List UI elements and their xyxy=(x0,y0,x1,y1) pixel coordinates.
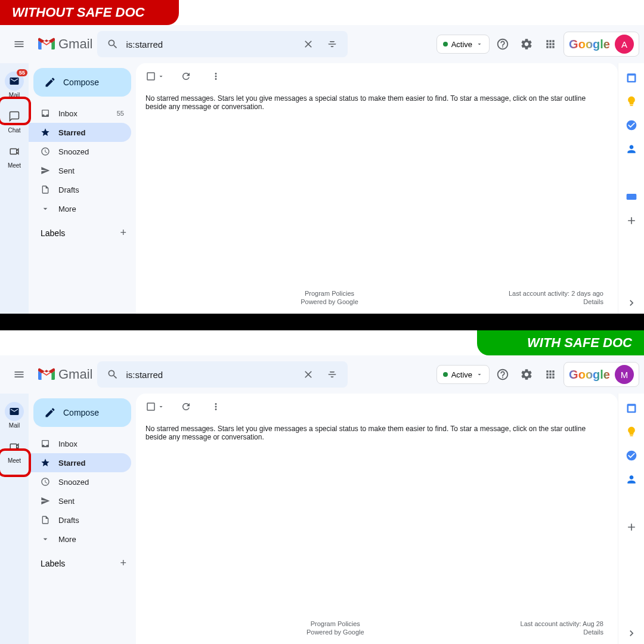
rail-chat[interactable]: Chat xyxy=(0,103,29,137)
add-addon-button[interactable] xyxy=(626,215,637,227)
clear-search-button[interactable] xyxy=(298,364,319,385)
program-policies-link[interactable]: Program Policies xyxy=(301,290,358,297)
google-account-button[interactable]: Google A xyxy=(564,32,639,57)
search-options-button[interactable] xyxy=(321,364,343,385)
rail-meet[interactable]: Meet xyxy=(0,434,29,467)
nav-drafts[interactable]: Drafts xyxy=(29,180,131,199)
panel-without-safedoc: WITHOUT SAFE DOC Gmail xyxy=(0,0,644,314)
settings-button[interactable] xyxy=(516,364,537,385)
labels-title: Labels xyxy=(41,228,65,238)
calendar-icon[interactable] xyxy=(626,402,637,414)
tasks-icon[interactable] xyxy=(626,450,637,462)
calendar-icon[interactable] xyxy=(626,72,637,83)
hamburger-icon xyxy=(13,369,25,380)
addon-icon[interactable] xyxy=(626,191,637,203)
nav-drafts[interactable]: Drafts xyxy=(29,510,131,530)
body: Mail Meet Compose Inbox Starred Snoozed xyxy=(0,394,644,644)
apps-button[interactable] xyxy=(540,364,561,385)
search-icon[interactable] xyxy=(102,364,123,385)
chevron-down-icon xyxy=(41,204,50,213)
avatar: M xyxy=(615,365,634,384)
contacts-icon[interactable] xyxy=(626,473,637,485)
collapse-panel-button[interactable] xyxy=(626,297,637,309)
collapse-panel-button[interactable] xyxy=(626,627,637,639)
search-input[interactable] xyxy=(126,370,295,380)
meet-icon xyxy=(9,146,20,157)
gmail-logo[interactable]: Gmail xyxy=(38,36,92,52)
rail-mail[interactable]: Mail xyxy=(0,398,29,432)
search-bar[interactable] xyxy=(97,361,348,388)
details-link[interactable]: Details xyxy=(521,628,603,636)
refresh-button[interactable] xyxy=(175,66,197,87)
support-button[interactable] xyxy=(492,364,513,385)
search-bar[interactable] xyxy=(97,31,348,57)
nav-starred-label: Starred xyxy=(58,459,86,467)
add-addon-button[interactable] xyxy=(626,521,637,533)
refresh-button[interactable] xyxy=(175,396,197,417)
clear-search-button[interactable] xyxy=(298,33,319,55)
status-active-button[interactable]: Active xyxy=(436,35,490,54)
nav-inbox[interactable]: Inbox xyxy=(29,434,131,453)
main-menu-button[interactable] xyxy=(5,360,33,389)
svg-rect-5 xyxy=(628,406,634,411)
keep-icon[interactable] xyxy=(626,426,637,438)
search-options-button[interactable] xyxy=(321,33,343,55)
pencil-icon xyxy=(44,76,56,88)
nav-inbox[interactable]: Inbox55 xyxy=(29,104,131,123)
compose-button[interactable]: Compose xyxy=(33,398,131,427)
settings-button[interactable] xyxy=(516,33,537,55)
mail-badge: 55 xyxy=(17,69,27,76)
nav-sent[interactable]: Sent xyxy=(29,491,131,510)
folder-sidebar: Compose Inbox55 Starred Snoozed Sent Dra… xyxy=(29,63,136,314)
banner-without: WITHOUT SAFE DOC xyxy=(0,0,179,25)
meet-icon xyxy=(9,441,20,452)
labels-header: Labels + xyxy=(29,218,136,243)
app-rail: 55 Mail Chat Meet xyxy=(0,63,29,314)
gmail-logo[interactable]: Gmail xyxy=(38,367,92,382)
nav-sent[interactable]: Sent xyxy=(29,161,131,180)
search-icon[interactable] xyxy=(102,33,123,55)
google-wordmark: Google xyxy=(569,38,610,51)
nav-snoozed[interactable]: Snoozed xyxy=(29,472,131,491)
nav-drafts-label: Drafts xyxy=(58,516,79,525)
star-icon xyxy=(41,128,50,137)
nav-snoozed[interactable]: Snoozed xyxy=(29,142,131,161)
svg-rect-3 xyxy=(626,194,636,200)
tasks-icon[interactable] xyxy=(626,119,637,131)
nav-starred[interactable]: Starred xyxy=(29,453,131,472)
select-all-checkbox[interactable] xyxy=(143,399,167,414)
empty-state-message: No starred messages. Stars let you give … xyxy=(136,89,618,116)
contacts-icon[interactable] xyxy=(626,143,637,155)
program-policies-link[interactable]: Program Policies xyxy=(306,620,364,627)
add-label-button[interactable]: + xyxy=(120,227,126,239)
rail-mail[interactable]: 55 Mail xyxy=(0,68,29,102)
keep-icon[interactable] xyxy=(626,95,637,107)
file-icon xyxy=(41,515,50,525)
google-account-button[interactable]: Google M xyxy=(564,362,639,387)
nav-more[interactable]: More xyxy=(29,530,131,549)
nav-inbox-label: Inbox xyxy=(58,109,78,118)
status-label: Active xyxy=(451,40,472,49)
main-menu-button[interactable] xyxy=(5,30,33,58)
side-panel xyxy=(618,63,644,314)
nav-starred[interactable]: Starred xyxy=(29,123,131,142)
details-link[interactable]: Details xyxy=(509,298,603,305)
select-all-checkbox[interactable] xyxy=(143,69,167,84)
support-button[interactable] xyxy=(492,33,513,55)
add-label-button[interactable]: + xyxy=(120,557,126,569)
main-content: No starred messages. Stars let you give … xyxy=(136,63,618,314)
apps-button[interactable] xyxy=(540,33,561,55)
nav-more[interactable]: More xyxy=(29,199,131,218)
more-button[interactable] xyxy=(205,396,227,417)
rail-meet-label: Meet xyxy=(8,162,21,169)
header-right: Active Google M xyxy=(436,362,639,387)
svg-rect-1 xyxy=(628,76,634,81)
banner-with: WITH SAFE DOC xyxy=(477,330,644,355)
search-input[interactable] xyxy=(126,39,295,49)
more-button[interactable] xyxy=(205,66,227,87)
activity-text: Last account activity: 2 days ago xyxy=(509,290,603,297)
compose-button[interactable]: Compose xyxy=(33,68,131,97)
status-active-button[interactable]: Active xyxy=(436,365,490,384)
rail-mail-label: Mail xyxy=(9,422,20,429)
rail-meet[interactable]: Meet xyxy=(0,138,29,172)
